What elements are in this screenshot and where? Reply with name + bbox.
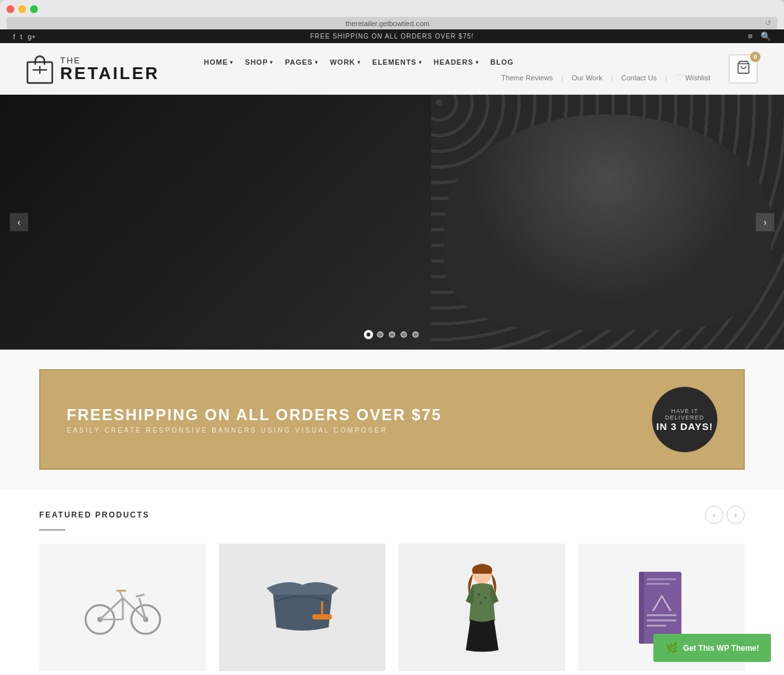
banner-text: FREESHIPPING ON ALL ORDERS OVER $75 EASI… [67,406,639,434]
cta-label: Get This WP Theme! [683,644,759,653]
products-grid: ACCESSORIES ♡ A Must for a Flexitarian [39,544,745,675]
top-bar-message: FREE SHIPPING ON ALL ORDERS OVER $75! [310,33,474,40]
twitter-icon[interactable]: t [20,33,22,41]
nav-item-work[interactable]: WORK ▾ [325,55,366,69]
bag-image [263,575,342,640]
product-image-3 [399,544,565,671]
slider-dot-3[interactable] [389,331,395,338]
cart-badge: 0 [750,52,760,62]
hero-background [0,95,784,350]
hero-slider: ‹ › [0,95,784,350]
bike-image [80,575,165,640]
svg-rect-28 [647,614,676,616]
address-bar[interactable]: theretailer.getbowtied.com ↺ [7,17,777,29]
product-card-3[interactable]: COATS & JACKETS ♡ Green Daisy Print Shir… [399,544,565,675]
nav-divider-2: | [611,74,613,82]
nav-item-headers[interactable]: HEADERS ▾ [429,55,484,69]
svg-rect-16 [312,614,332,619]
browser-traffic-lights [7,5,777,13]
svg-point-21 [480,602,482,604]
banner-title: FREESHIPPING ON ALL ORDERS OVER $75 [67,406,639,424]
maximize-button[interactable] [30,5,38,13]
top-bar: f t g+ FREE SHIPPING ON ALL ORDERS OVER … [0,29,784,43]
banner-title-text: FREESHIPPING ON ALL ORDERS OVER [67,406,412,423]
nav-sub-wishlist[interactable]: ♡ Wishlist [670,73,715,82]
svg-line-14 [120,591,123,598]
product-image-2 [219,544,385,671]
cart-button[interactable]: 0 [728,54,758,84]
refresh-icon[interactable]: ↺ [765,19,771,27]
banner-circle-top: HAVE IT DELIVERED [652,408,717,421]
slider-dot-1[interactable] [365,331,372,338]
nav-divider-3: | [665,74,667,82]
svg-rect-23 [639,572,644,644]
nav-sub-theme-reviews[interactable]: Theme Reviews [496,74,558,82]
slider-next-button[interactable]: › [756,213,774,231]
banner-section: FREESHIPPING ON ALL ORDERS OVER $75 EASI… [0,350,784,489]
cta-button[interactable]: 🌿 Get This WP Theme! [653,634,771,662]
logo-text: THE RETAILER [60,56,159,82]
nav-item-blog[interactable]: BLOG [485,55,519,69]
banner-subtitle: EASILY CREATE RESPONSIVE BANNERS USING V… [67,427,639,434]
nav-item-elements[interactable]: ELEMENTS ▾ [367,55,427,69]
slider-dots [365,331,419,338]
slider-dot-2[interactable] [377,331,384,338]
url-display: theretailer.getbowtied.com [13,20,762,27]
menu-icon[interactable]: ≡ [747,31,753,41]
search-icon[interactable]: 🔍 [760,31,771,41]
banner-circle: HAVE IT DELIVERED IN 3 DAYS! [652,387,717,452]
site-logo[interactable]: THE RETAILER [26,53,159,84]
shirt-image [456,562,508,653]
banner-amount: $75 [412,406,442,423]
banner-circle-main: IN 3 DAYS! [657,421,713,432]
svg-rect-29 [647,619,676,621]
products-divider [39,529,65,531]
nav-item-home[interactable]: HOME ▾ [199,55,238,69]
googleplus-icon[interactable]: g+ [27,33,36,41]
products-prev-button[interactable]: ‹ [705,506,723,524]
logo-bag-icon [26,53,54,84]
minimize-button[interactable] [18,5,26,13]
product-card-2[interactable]: ACCESSORIES ♡ Dark Blue Camera Bag [219,544,385,675]
products-next-button[interactable]: › [727,506,745,524]
main-nav: HOME ▾ SHOP ▾ PAGES ▾ WORK ▾ ELEMENTS ▾ … [199,55,715,69]
nav-item-pages[interactable]: PAGES ▾ [280,55,323,69]
svg-point-20 [484,597,487,599]
hero-left-panel [0,95,431,350]
svg-rect-24 [647,578,676,580]
promo-banner: FREESHIPPING ON ALL ORDERS OVER $75 EASI… [39,369,745,470]
sub-nav: Theme Reviews | Our Work | Contact Us | … [199,73,715,82]
svg-rect-25 [647,583,670,585]
navigation: HOME ▾ SHOP ▾ PAGES ▾ WORK ▾ ELEMENTS ▾ … [199,55,715,82]
close-button[interactable] [7,5,14,13]
products-nav: ‹ › [705,506,745,524]
site-header: THE RETAILER HOME ▾ SHOP ▾ PAGES ▾ WORK … [0,43,784,95]
svg-rect-30 [647,625,666,627]
social-links: f t g+ [13,33,36,41]
svg-point-19 [478,593,480,596]
hero-right-panel [431,95,784,350]
slider-dot-5[interactable] [412,331,419,338]
nav-sub-our-work[interactable]: Our Work [566,74,608,82]
logo-retailer: RETAILER [60,65,159,82]
slider-dot-4[interactable] [400,331,407,338]
product-image-1 [39,544,206,671]
svg-line-13 [136,595,144,597]
nav-divider: | [561,74,563,82]
facebook-icon[interactable]: f [13,33,15,41]
cta-icon: 🌿 [665,642,678,654]
products-section-title: FEATURED PRODUCTS [39,510,150,519]
svg-line-8 [100,598,123,619]
top-bar-icons: ≡ 🔍 [747,31,771,41]
slider-prev-button[interactable]: ‹ [10,213,28,231]
cart-icon [736,60,751,78]
product-card-1[interactable]: ACCESSORIES ♡ A Must for a Flexitarian [39,544,206,675]
nav-item-shop[interactable]: SHOP ▾ [240,55,278,69]
browser-chrome: theretailer.getbowtied.com ↺ [0,0,784,29]
site-container: f t g+ FREE SHIPPING ON ALL ORDERS OVER … [0,29,784,675]
nav-sub-contact[interactable]: Contact Us [616,74,662,82]
products-header: FEATURED PRODUCTS ‹ › [39,506,745,524]
